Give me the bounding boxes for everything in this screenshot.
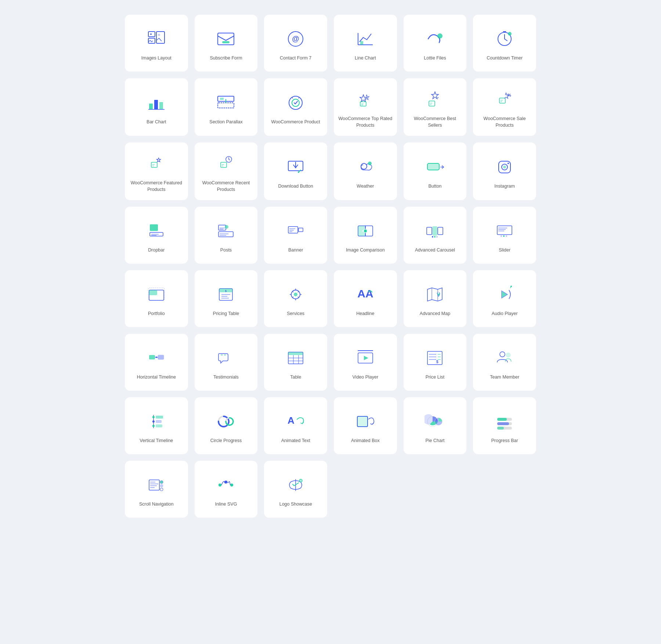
card-section-parallax[interactable]: Section Parallax [195,78,258,136]
card-label-lottie-files: Lottie Files [424,55,446,62]
card-woocommerce-sale[interactable]: % WooCommerce Sale Products [473,78,536,136]
card-pricing-table[interactable]: $ Pricing Table [195,270,258,327]
card-label-pie-chart: Pie Chart [425,438,444,444]
card-advanced-carousel[interactable]: Advanced Carousel [404,207,467,264]
advanced-carousel-icon [424,220,446,242]
card-table[interactable]: Table [264,334,327,391]
card-bar-chart[interactable]: Bar Chart [125,78,188,136]
card-label-audio-player: Audio Player [492,311,518,317]
card-countdown-timer[interactable]: Countdown Timer [473,15,536,72]
card-circle-progress[interactable]: Circle Progress [195,397,258,454]
card-woocommerce-product[interactable]: WooCommerce Product [264,78,327,136]
card-download-button[interactable]: Download Button [264,142,327,200]
card-weather[interactable]: Weather [334,142,397,200]
svg-rect-117 [149,480,159,490]
section-parallax-icon [215,92,237,114]
svg-point-123 [230,484,233,486]
card-label-subscribe-form: Subscribe Form [210,55,242,62]
card-horizontal-timeline[interactable]: Horizontal Timeline [125,334,188,391]
card-logo-showcase[interactable]: Logo Showcase [264,461,327,518]
card-label-woocommerce-featured: WooCommerce Featured Products [129,180,184,193]
card-animated-text[interactable]: A Animated Text [264,397,327,454]
svg-text:A: A [288,415,295,426]
card-animated-box[interactable]: Animated Box [334,397,397,454]
animated-box-icon [354,410,376,433]
card-contact-form-7[interactable]: @ Contact Form 7 [264,15,327,72]
svg-point-80 [156,357,157,358]
svg-point-96 [152,416,155,418]
portfolio-icon [145,283,167,305]
card-services[interactable]: Services [264,270,327,327]
image-comparison-icon [354,220,376,242]
widget-grid: Images Layout Subscribe Form @ Contact F… [125,15,536,518]
svg-rect-22 [220,98,224,100]
card-image-comparison[interactable]: Image Comparison [334,207,397,264]
card-label-headline: Headline [356,311,374,317]
card-video-player[interactable]: Video Player [334,334,397,391]
svg-point-71 [294,293,297,296]
woocommerce-sale-icon: % [494,88,516,111]
svg-rect-2 [156,32,165,43]
card-label-bar-chart: Bar Chart [147,119,166,126]
card-advanced-map[interactable]: Advanced Map [404,270,467,327]
card-woocommerce-best-sellers[interactable]: WooCommerce Best Sellers [404,78,467,136]
svg-rect-17 [154,100,158,109]
svg-rect-29 [151,162,157,167]
card-instagram[interactable]: Instagram [473,142,536,200]
card-team-member[interactable]: Team Member [473,334,536,391]
svg-point-118 [160,481,163,484]
svg-rect-48 [288,227,298,233]
card-posts[interactable]: Posts [195,207,258,264]
svg-text:$: $ [225,290,227,293]
svg-point-97 [152,420,155,423]
posts-icon [215,220,237,242]
images-layout-icon [145,28,167,50]
card-label-woocommerce-product: WooCommerce Product [271,119,320,126]
card-price-list[interactable]: $ Price List [404,334,467,391]
card-images-layout[interactable]: Images Layout [125,15,188,72]
card-label-video-player: Video Player [353,374,379,381]
svg-rect-43 [150,224,158,231]
card-label-advanced-carousel: Advanced Carousel [415,247,455,254]
card-label-circle-progress: Circle Progress [210,438,242,444]
svg-rect-91 [427,351,442,365]
card-slider[interactable]: Slider [473,207,536,264]
card-pie-chart[interactable]: Pie Chart [404,397,467,454]
card-label-line-chart: Line Chart [355,55,376,62]
card-banner[interactable]: Banner [264,207,327,264]
card-woocommerce-recent[interactable]: WooCommerce Recent Products [195,142,258,200]
inline-svg-icon [215,474,237,496]
svg-point-34 [298,171,299,173]
vertical-timeline-icon [145,410,167,433]
card-headline[interactable]: AA Headline [334,270,397,327]
card-subscribe-form[interactable]: Subscribe Form [195,15,258,72]
dropbar-icon [145,220,167,242]
card-woocommerce-featured[interactable]: WooCommerce Featured Products [125,142,188,200]
svg-point-14 [508,32,512,36]
card-portfolio[interactable]: Portfolio [125,270,188,327]
card-label-animated-text: Animated Text [281,438,310,444]
svg-point-24 [292,99,299,106]
card-dropbar[interactable]: Dropbar [125,207,188,264]
svg-point-124 [299,479,303,482]
card-label-woocommerce-top-rated: WooCommerce Top Rated Products [338,116,393,129]
card-testimonials[interactable]: " " Testimonials [195,334,258,391]
card-audio-player[interactable]: Audio Player [473,270,536,327]
card-progress-bar[interactable]: Progress Bar [473,397,536,454]
svg-point-36 [368,162,372,165]
card-woocommerce-top-rated[interactable]: WooCommerce Top Rated Products [334,78,397,136]
card-line-chart[interactable]: Line Chart [334,15,397,72]
svg-point-119 [160,484,163,487]
card-vertical-timeline[interactable]: Vertical Timeline [125,397,188,454]
svg-rect-54 [427,227,432,235]
card-label-pricing-table: Pricing Table [213,311,239,317]
svg-point-42 [503,166,506,169]
testimonials-icon: " " [215,347,237,369]
card-label-posts: Posts [220,247,232,254]
card-label-instagram: Instagram [494,183,515,190]
card-scroll-navigation[interactable]: Scroll Navigation [125,461,188,518]
svg-rect-108 [357,416,368,427]
card-lottie-files[interactable]: Lottie Files [404,15,467,72]
card-inline-svg[interactable]: Inline SVG [195,461,258,518]
card-button[interactable]: Button [404,142,467,200]
